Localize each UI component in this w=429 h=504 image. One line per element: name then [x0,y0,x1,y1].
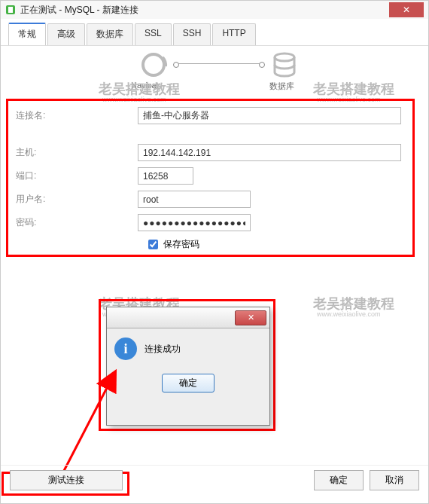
ok-button[interactable]: 确定 [314,470,364,490]
diagram-left-label: Navicat [131,81,159,90]
dialog-message: 连接成功 [145,343,181,356]
connection-diagram: Navicat 数据库 [125,48,328,90]
tab-advanced[interactable]: 高级 [47,23,85,45]
checkbox-save-password[interactable] [148,240,158,249]
tab-general[interactable]: 常规 [8,23,46,45]
tab-database[interactable]: 数据库 [87,23,133,45]
watermark-url: www.weixiaolive.com [317,310,381,318]
tab-ssh[interactable]: SSH [173,23,211,45]
navicat-icon [138,50,169,80]
input-password[interactable] [138,214,251,231]
label-password: 密码: [16,216,138,229]
window-close-button[interactable]: ✕ [389,2,424,17]
tab-http[interactable]: HTTP [212,23,255,45]
window-title: 正在测试 - MySQL - 新建连接 [20,4,389,17]
label-host: 主机: [16,146,138,159]
label-port: 端口: [16,170,138,182]
label-user: 用户名: [16,193,138,206]
app-icon [5,5,16,15]
info-icon: i [114,338,137,360]
svg-point-3 [275,53,294,61]
cancel-button[interactable]: 取消 [370,470,419,490]
dialog-highlight-box: ✕ i 连接成功 确定 [99,299,275,431]
message-dialog: ✕ i 连接成功 确定 [106,307,270,426]
tab-ssl[interactable]: SSL [135,23,172,45]
dialog-ok-button[interactable]: 确定 [162,374,214,393]
database-icon [269,50,300,80]
test-connection-button[interactable]: 测试连接 [10,470,123,490]
svg-rect-1 [8,7,13,13]
dialog-titlebar: ✕ [107,307,269,328]
bottom-button-bar: 测试连接 确定 取消 [1,465,428,495]
dialog-close-button[interactable]: ✕ [235,310,266,325]
label-save-password: 保存密码 [163,238,199,251]
form-highlight-box: 连接名: 主机: 端口: 用户名: 密码: 保存密码 [6,99,415,257]
input-host[interactable] [138,144,401,161]
input-user[interactable] [138,191,251,208]
window-titlebar: 正在测试 - MySQL - 新建连接 ✕ [1,1,428,19]
input-port[interactable] [138,167,193,185]
input-connection-name[interactable] [138,107,401,124]
diagram-right-label: 数据库 [269,81,294,92]
watermark-text: 老吴搭建教程 [313,295,394,313]
label-connection-name: 连接名: [16,109,138,122]
tabbar: 常规 高级 数据库 SSL SSH HTTP [1,19,428,46]
svg-point-2 [143,54,164,75]
